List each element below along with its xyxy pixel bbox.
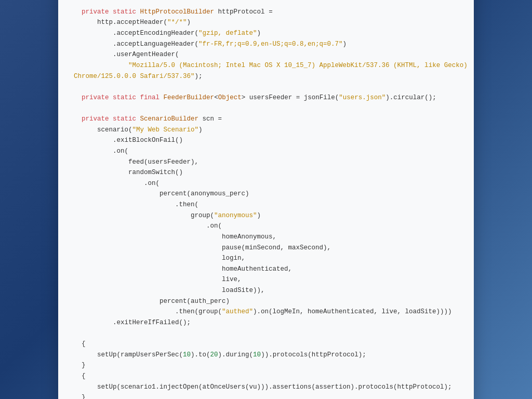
code-line: pause(minSecond, maxSecond), bbox=[74, 243, 458, 254]
code-line bbox=[74, 103, 458, 114]
code-line: .exitBlockOnFail() bbox=[74, 135, 458, 146]
code-line bbox=[74, 0, 458, 7]
code-line: group("anonymous") bbox=[74, 210, 458, 221]
code-line: } bbox=[74, 392, 458, 399]
code-line: percent(auth_perc) bbox=[74, 296, 458, 307]
code-line: feed(usersFeeder), bbox=[74, 157, 458, 168]
code-line: private static final FeederBuilder<Objec… bbox=[74, 92, 458, 103]
code-line: homeAnonymous, bbox=[74, 232, 458, 243]
code-line: randomSwitch() bbox=[74, 167, 458, 178]
code-line: { bbox=[74, 339, 458, 350]
code-panel: public class MyWebSimulation extends Sim… bbox=[58, 0, 474, 399]
code-line: percent(anonymous_perc) bbox=[74, 189, 458, 200]
code-line: private static HttpProtocolBuilder httpP… bbox=[74, 7, 458, 18]
code-line: homeAuthenticated, bbox=[74, 264, 458, 275]
code-line: live, bbox=[74, 274, 458, 285]
code-line: scenario("My Web Scenario") bbox=[74, 125, 458, 136]
code-line: private static ScenarioBuilder scn = bbox=[74, 114, 458, 125]
code-line: .on( bbox=[74, 178, 458, 189]
code-line: login, bbox=[74, 253, 458, 264]
code-line: Chrome/125.0.0.0 Safari/537.36"); bbox=[74, 71, 458, 82]
code-block: public class MyWebSimulation extends Sim… bbox=[74, 0, 458, 399]
code-line: setUp(scenario1.injectOpen(atOnceUsers(v… bbox=[74, 382, 458, 393]
code-line: setUp(rampUsersPerSec(10).to(20).during(… bbox=[74, 350, 458, 361]
code-line: .then( bbox=[74, 200, 458, 210]
code-line: .acceptEncodingHeader("gzip, deflate") bbox=[74, 28, 458, 39]
code-line: .exitHereIfFailed(); bbox=[74, 317, 458, 328]
code-line: { bbox=[74, 371, 458, 382]
code-line: .on( bbox=[74, 221, 458, 232]
code-line bbox=[74, 328, 458, 339]
code-line: http.acceptHeader("*/*") bbox=[74, 17, 458, 28]
code-line: "Mozilla/5.0 (Macintosh; Intel Mac OS X … bbox=[74, 60, 458, 71]
code-line: } bbox=[74, 360, 458, 371]
code-line: .on( bbox=[74, 146, 458, 157]
code-line: .acceptLanguageHeader("fr-FR,fr;q=0.9,en… bbox=[74, 39, 458, 50]
code-line: .userAgentHeader( bbox=[74, 49, 458, 60]
code-line bbox=[74, 82, 458, 92]
code-line: .then(group("authed").on(logMeIn, homeAu… bbox=[74, 307, 458, 317]
code-line: loadSite)), bbox=[74, 285, 458, 296]
